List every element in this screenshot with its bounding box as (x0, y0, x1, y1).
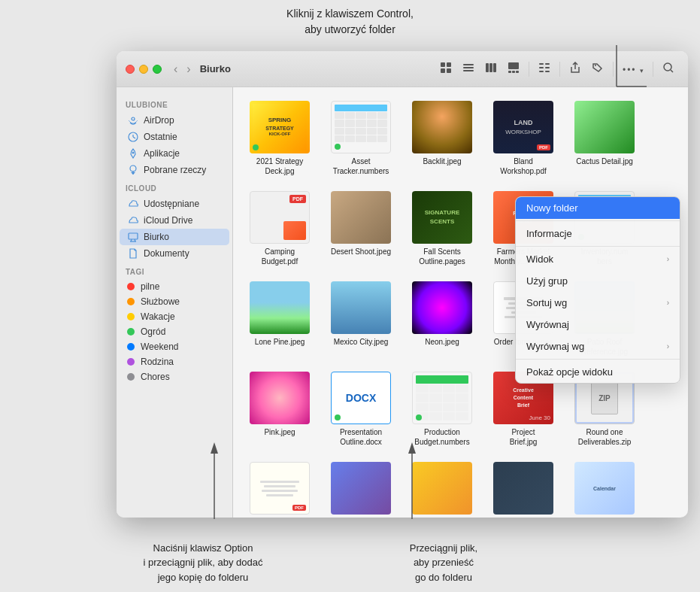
svg-rect-11 (493, 63, 496, 72)
file-skater[interactable]: Skater.jpeg (323, 457, 398, 518)
file-name-cactus-detail: Cactus Detail.jpg (576, 156, 633, 166)
file-production-budget[interactable]: ProductionBudget.numbers (405, 367, 480, 451)
sidebar-label-wakacje: Wakacje (141, 311, 175, 322)
sidebar-item-weekend[interactable]: Weekend (120, 339, 229, 354)
tag-dot-ogrod (127, 328, 135, 335)
back-button[interactable]: ‹ (171, 61, 180, 77)
svg-rect-18 (539, 67, 544, 68)
traffic-lights (126, 65, 162, 74)
file-dark[interactable] (486, 457, 561, 518)
sidebar-label-aplikacje: Aplikacje (144, 148, 180, 159)
annotation-top: Kliknij z klawiszem Control, aby utworzy… (0, 6, 700, 38)
svg-rect-6 (463, 64, 474, 65)
ctx-separator-3 (516, 359, 680, 360)
sidebar-item-sluzgbowe[interactable]: Służbowe (120, 294, 229, 309)
content-area: Ulubione AirDrop Ostatnie Aplikacje (117, 87, 688, 518)
file-name-asset-tracker: AssetTracker.numbers (333, 156, 389, 176)
sidebar-item-aplikacje[interactable]: Aplikacje (120, 145, 229, 162)
file-presentation[interactable]: DOCX PresentationOutline.docx (323, 367, 398, 451)
tag-dot-sluzgbowe (127, 298, 135, 305)
file-name-lone-pine: Lone Pine.jpeg (255, 337, 305, 347)
ctx-wyrownajwg[interactable]: Wyrównaj wg › (516, 335, 680, 357)
tag-dot-chores (127, 373, 135, 381)
file-name-neon: Neon.jpeg (425, 337, 459, 347)
file-2021-strategy[interactable]: SPRING STRATEGY KICK-OFF 2021 StrategyDe… (242, 96, 317, 181)
sidebar-item-icloud-drive[interactable]: iCloud Drive (120, 212, 229, 229)
minimize-button[interactable] (139, 65, 148, 74)
finder-window: ‹ › Biurko (117, 51, 688, 518)
svg-rect-21 (545, 71, 550, 72)
download-icon (127, 164, 139, 176)
file-backlit[interactable]: Backlit.jpeg (405, 96, 480, 181)
file-neon[interactable]: Neon.jpeg (405, 277, 480, 361)
group-button[interactable] (534, 59, 555, 80)
file-cactus-detail[interactable]: Cactus Detail.jpg (567, 96, 642, 181)
tag-button[interactable] (587, 59, 608, 80)
svg-rect-15 (516, 71, 519, 73)
sidebar-item-pobrane[interactable]: Pobrane rzeczy (120, 162, 229, 178)
share-cloud-icon (127, 198, 139, 210)
view-gallery-button[interactable] (503, 59, 524, 80)
sidebar-item-dokumenty[interactable]: Dokumenty (120, 245, 229, 262)
sidebar-item-chores[interactable]: Chores (120, 369, 229, 384)
document-icon (127, 247, 139, 260)
file-sunflower[interactable] (405, 457, 480, 518)
ctx-new-folder[interactable]: Nowy folder (516, 197, 680, 219)
sidebar-item-airdrop[interactable]: AirDrop (120, 112, 229, 129)
view-grid-button[interactable] (435, 59, 456, 80)
svg-point-23 (664, 63, 671, 71)
file-pink[interactable]: Pink.jpeg (242, 367, 317, 451)
svg-rect-5 (447, 68, 451, 73)
svg-rect-7 (463, 67, 474, 68)
svg-point-22 (595, 65, 596, 66)
sidebar-label-sluzgbowe: Służbowe (141, 296, 180, 307)
view-list-button[interactable] (458, 59, 479, 80)
close-button[interactable] (126, 65, 135, 74)
sidebar-item-wakacje[interactable]: Wakacje (120, 309, 229, 324)
file-mexico-city[interactable]: Mexico City.jpeg (323, 277, 398, 361)
ctx-sortujwg[interactable]: Sortuj wg › (516, 292, 680, 314)
view-column-button[interactable] (480, 59, 502, 80)
forward-button[interactable]: › (183, 61, 193, 77)
nav-buttons: ‹ › (171, 61, 194, 77)
ctx-informacje[interactable]: Informacje (516, 223, 680, 244)
sidebar-item-udostepniane[interactable]: Udostępniane (120, 196, 229, 212)
ctx-pokazopcje[interactable]: Pokaż opcje widoku (516, 361, 680, 383)
sidebar-label-dokumenty: Dokumenty (144, 248, 189, 259)
more-button[interactable]: ••• ▾ (618, 59, 648, 79)
file-asset-tracker[interactable]: AssetTracker.numbers (323, 96, 398, 181)
ctx-arrow-sortuj: › (667, 299, 669, 307)
file-desert-shoot[interactable]: Desert Shoot.jpeg (323, 187, 398, 271)
sidebar: Ulubione AirDrop Ostatnie Aplikacje (117, 87, 233, 518)
file-shopping-list[interactable]: PDF Shopping List.pdf (242, 457, 317, 518)
sidebar-label-pobrane: Pobrane rzeczy (144, 165, 206, 175)
file-name-2021-strategy: 2021 StrategyDeck.jpg (256, 156, 303, 176)
cloud-icon (127, 214, 139, 226)
file-camping-budget[interactable]: PDF CampingBudget.pdf (242, 187, 317, 271)
ctx-uzyjgrup[interactable]: Użyj grup (516, 270, 680, 292)
sidebar-item-ostatnie[interactable]: Ostatnie (120, 129, 229, 145)
tag-dot-weekend (127, 343, 135, 351)
sidebar-item-pilne[interactable]: pilne (120, 279, 229, 294)
ctx-wyrownaj[interactable]: Wyrównaj (516, 314, 680, 335)
sidebar-label-ostatnie: Ostatnie (144, 132, 177, 142)
share-button[interactable] (565, 59, 586, 80)
file-fall-scents[interactable]: SIGNATURE SCENTS Fall ScentsOutline.page… (405, 187, 480, 271)
sidebar-item-biurko[interactable]: Biurko (120, 229, 229, 245)
sidebar-item-ogrod[interactable]: Ogród (120, 324, 229, 339)
sidebar-item-rodzina[interactable]: Rodzina (120, 354, 229, 369)
file-name-desert-shoot: Desert Shoot.jpeg (331, 247, 391, 257)
ctx-arrow-widok: › (667, 255, 669, 263)
file-bland-workshop[interactable]: LAND WORKSHOP PDF BlandWorkshop.pdf (486, 96, 561, 181)
file-grid: SPRING STRATEGY KICK-OFF 2021 StrategyDe… (233, 87, 688, 518)
file-calendar[interactable]: Calendar (567, 457, 642, 518)
fullscreen-button[interactable] (153, 65, 162, 74)
svg-point-25 (132, 117, 135, 120)
file-lone-pine[interactable]: Lone Pine.jpeg (242, 277, 317, 361)
toolbar-separator3 (613, 62, 614, 77)
svg-rect-12 (508, 62, 519, 69)
sidebar-label-rodzina: Rodzina (141, 357, 174, 367)
search-button[interactable] (658, 59, 679, 80)
sidebar-section-icloud: iCloud (117, 178, 232, 196)
ctx-widok[interactable]: Widok › (516, 248, 680, 270)
